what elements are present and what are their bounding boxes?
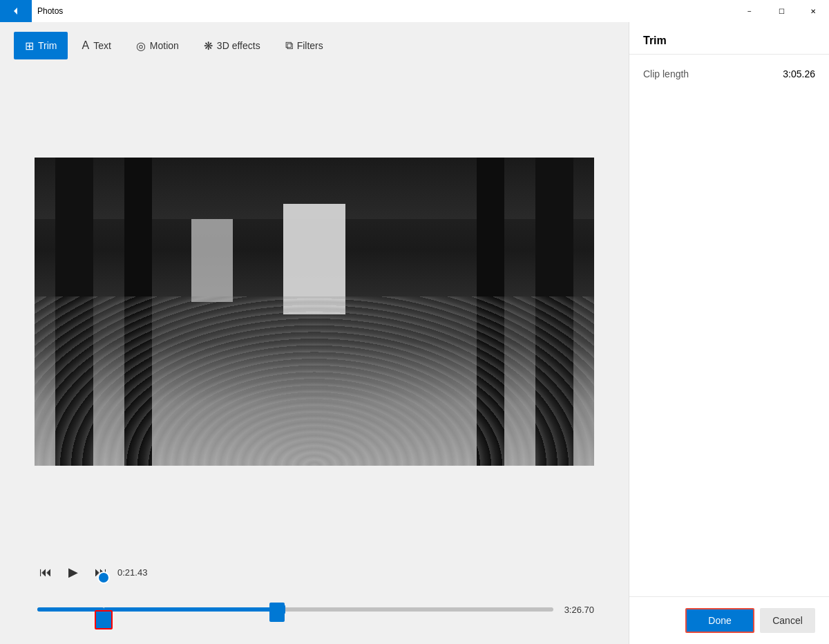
app-title: Photos bbox=[32, 6, 63, 16]
trim-tool-button[interactable]: ⊞ Trim bbox=[14, 32, 68, 59]
video-frame bbox=[35, 158, 594, 466]
3deffects-label: 3D effects bbox=[217, 40, 260, 51]
video-scene bbox=[35, 158, 594, 466]
motion-tool-button[interactable]: ◎ Motion bbox=[125, 32, 190, 59]
close-button[interactable]: ✕ bbox=[797, 0, 829, 22]
back-icon bbox=[10, 6, 21, 17]
titlebar-controls: − ☐ ✕ bbox=[734, 0, 829, 22]
motion-label: Motion bbox=[150, 40, 179, 51]
clip-length-label: Clip length bbox=[643, 68, 689, 79]
play-button[interactable]: ▶ bbox=[62, 561, 84, 583]
window-left bbox=[191, 219, 233, 302]
cancel-button[interactable]: Cancel bbox=[760, 608, 815, 633]
3deffects-icon: ❋ bbox=[204, 39, 213, 53]
playback-controls: ⏮ ▶ ⏭ 0:21.43 bbox=[35, 561, 594, 583]
titlebar-left: Photos bbox=[0, 0, 63, 22]
trim-handle-box-right bbox=[269, 603, 285, 622]
toolbar: ⊞ Trim A Text ◎ Motion ❋ 3D effects ⧉ Fi… bbox=[0, 22, 629, 69]
trim-label: Trim bbox=[38, 40, 57, 51]
timeline-selected bbox=[104, 607, 275, 612]
trim-icon: ⊞ bbox=[25, 39, 34, 53]
trim-handle-circle bbox=[97, 571, 110, 584]
panel-content: Clip length 3:05.26 bbox=[629, 55, 829, 596]
text-tool-button[interactable]: A Text bbox=[70, 32, 122, 59]
back-button[interactable] bbox=[0, 0, 32, 22]
clip-info-row: Clip length 3:05.26 bbox=[643, 68, 815, 79]
right-panel: Trim Clip length 3:05.26 Done Cancel bbox=[629, 22, 829, 644]
titlebar: Photos − ☐ ✕ bbox=[0, 0, 829, 22]
trim-handle-left[interactable] bbox=[95, 592, 113, 627]
minimize-button[interactable]: − bbox=[734, 0, 765, 22]
filters-label: Filters bbox=[297, 40, 323, 51]
step-back-button[interactable]: ⏮ bbox=[35, 561, 57, 583]
controls-area: ⏮ ▶ ⏭ 0:21.43 bbox=[0, 554, 629, 644]
text-icon: A bbox=[82, 39, 89, 52]
done-button[interactable]: Done bbox=[685, 608, 754, 633]
timeline-track[interactable] bbox=[37, 607, 553, 612]
maximize-button[interactable]: ☐ bbox=[765, 0, 797, 22]
current-time: 0:21.43 bbox=[117, 567, 155, 578]
motion-icon: ◎ bbox=[136, 39, 146, 53]
editor-area: ⊞ Trim A Text ◎ Motion ❋ 3D effects ⧉ Fi… bbox=[0, 22, 629, 644]
filters-tool-button[interactable]: ⧉ Filters bbox=[274, 32, 334, 59]
clip-length-value: 3:05.26 bbox=[783, 68, 815, 79]
trim-handle-box-left bbox=[95, 610, 113, 629]
end-time: 3:26.70 bbox=[556, 605, 594, 615]
trim-handle-right[interactable] bbox=[269, 600, 285, 619]
text-label: Text bbox=[93, 40, 111, 51]
video-container bbox=[0, 69, 629, 554]
panel-title: Trim bbox=[629, 22, 829, 55]
panel-footer: Done Cancel bbox=[629, 596, 829, 644]
main-container: ⊞ Trim A Text ◎ Motion ❋ 3D effects ⧉ Fi… bbox=[0, 22, 829, 644]
3deffects-tool-button[interactable]: ❋ 3D effects bbox=[193, 32, 271, 59]
filters-icon: ⧉ bbox=[285, 39, 293, 52]
floor-ripples bbox=[35, 296, 594, 466]
timeline-wrapper: 3:26.70 bbox=[35, 589, 594, 630]
